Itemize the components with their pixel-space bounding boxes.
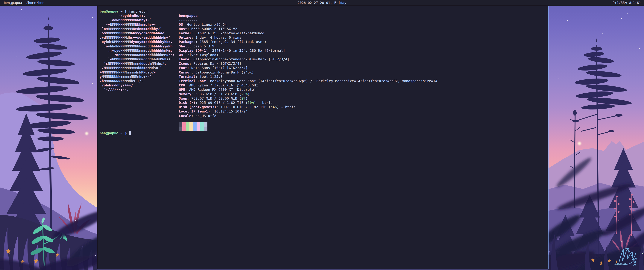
fastfetch-entry: GPU: AMD Radeon RX 6800 XT [Discrete]	[179, 87, 547, 92]
fastfetch-entry: Kernel: Linux 6.19.3-gentoo-dist-hardene…	[179, 31, 547, 35]
desktop: louie.co.nz ben@papua: /home/ben 2026-02…	[0, 0, 644, 270]
ascii-art-line: `sNMMMMMMMMNNNmmmdddddmNMmhs/.	[100, 61, 175, 66]
terminal-window[interactable]: ben@papua ~ $ fastfetch -/oyddmdhs+:. -o…	[97, 6, 548, 269]
fastfetch-entry: Cursor: Catppuccin-Mocha-Dark (24px)	[179, 70, 547, 74]
palette-swatch	[200, 122, 204, 126]
sparkle	[95, 255, 96, 256]
fastfetch-entry: Display (DP-1): 3440x1440 in 35", 180 Hz…	[179, 48, 547, 53]
fastfetch-entry: Host: B550 AORUS ELITE AX V2	[179, 27, 547, 31]
fastfetch-entry: Shell: bash 5.3.9	[179, 44, 547, 48]
sparkle	[642, 253, 643, 254]
ascii-art-line: `-//////:--.	[100, 87, 175, 92]
fastfetch-entry: Icons: Papirus-Dark [GTK2/3/4]	[179, 61, 547, 66]
fastfetch-entry: Theme: Catppuccin-Mocha-Standard-Blue-Da…	[179, 57, 547, 61]
status-bar-workspaces: P:1/55% W:1(8)	[612, 0, 641, 6]
palette-swatch	[186, 126, 190, 131]
fastfetch-entry: OS: Gentoo Linux x86_64	[179, 22, 547, 27]
palette-swatch	[190, 126, 193, 131]
fastfetch-info-column: ben@papua---------OS: Gentoo Linux x86_6…	[179, 14, 547, 131]
ascii-art-line: `oNMMMMMMMMNNNmmmddddhhdmMNhs+`	[100, 57, 175, 61]
palette-swatch	[182, 122, 186, 126]
palette-swatch	[204, 122, 208, 126]
palette-swatch	[200, 126, 204, 131]
fastfetch-entry: Terminal Font: BerkeleyMono Nerd Font (1…	[179, 79, 547, 83]
fastfetch-entry: Local IP (eno1): 10.124.15.101/24	[179, 109, 547, 113]
wallpaper-signature-url: louie.co.nz	[614, 263, 626, 265]
palette-swatch	[179, 126, 182, 131]
ascii-art-line: :oyhhdNNMMMMMMMNNNmmdddhhhhhyymMh	[100, 44, 175, 48]
ascii-art-line: omMMMMMMMMMMMNhhyyyohmdddhhhdo`	[100, 31, 175, 35]
palette-swatch	[182, 126, 186, 131]
fastfetch-entry: CPU: AMD Ryzen 7 3700X (16) @ 4.43 GHz	[179, 83, 547, 87]
terminal-cursor	[129, 131, 131, 135]
fastfetch-entry: Swap: 782.07 MiB / 32.00 GiB (2%)	[179, 96, 547, 100]
ascii-art-line: -yNMMMMMMMMMMMNNNmmdhy+-	[100, 22, 175, 27]
status-bar: ben@papua: /home/ben 2026-02-27 20:01, F…	[0, 0, 644, 6]
color-palette-bright-row	[179, 126, 547, 131]
ascii-art-line: .ydMMMMMMMMMMdhs++so/smdddhhhhdm+`	[100, 35, 175, 40]
status-bar-clock: 2026-02-27 20:01, Friday	[298, 0, 346, 6]
ascii-art-line: -odNMMMMMMMMNNmhy+-`	[100, 18, 175, 22]
fastfetch-separator: ---------	[179, 18, 547, 22]
fastfetch-entry: Font: Noto Sans (10pt) [GTK2/3/4]	[179, 66, 547, 70]
gentoo-ascii-logo: -/oyddmdhs+:. -odNMMMMMMMMNNmhy+-` -yNMM…	[100, 14, 175, 92]
sparkle	[75, 220, 76, 221]
sparkle	[621, 241, 622, 242]
ascii-art-line: yMMNNNNNNNmmmmmNNMmhs+/-`	[100, 74, 175, 79]
palette-swatch	[193, 122, 196, 126]
ascii-art-line: `omMMMMMMMMMMMMNmdmmmmddhhy/`	[100, 27, 175, 31]
ascii-art-line: `/ohdmmddhys+++/:.`	[100, 83, 175, 87]
glow-star	[85, 132, 88, 135]
terminal-content[interactable]: ben@papua ~ $ fastfetch -/oyddmdhs+:. -o…	[100, 9, 547, 135]
palette-swatch	[186, 122, 190, 126]
fastfetch-output: -/oyddmdhs+:. -odNMMMMMMMMNNmhy+-` -yNMM…	[100, 14, 547, 131]
ascii-art-line: -/oyddmdhs+:.	[100, 14, 175, 18]
ascii-art-line: /NMMMMMMMMNNNNmmmdddmNMNdso:`	[100, 66, 175, 70]
prompt-symbol: $	[125, 131, 127, 135]
fastfetch-entry: Disk (/): 925.09 GiB / 1.82 TiB (50%) - …	[179, 100, 547, 105]
palette-swatch	[190, 122, 193, 126]
palette-swatch	[196, 126, 200, 131]
shell-prompt-line: ben@papua ~ $ fastfetch	[100, 9, 547, 14]
wallpaper-right-scene	[548, 0, 644, 270]
status-bar-title: ben@papua: /home/ben	[4, 0, 44, 6]
ascii-art-line: /mMMMMMMMNNNmmmdddhhhhhmMNhs:	[100, 53, 175, 57]
prompt-user: ben@papua	[100, 9, 118, 13]
fastfetch-entry: Terminal: foot 1.25.0	[179, 74, 547, 79]
color-palette-normal-row	[179, 122, 547, 126]
fastfetch-entry: WM: river (Wayland)	[179, 53, 547, 57]
ascii-art-line: .:+sydNMMMMMNNNmmmdddhhhhhhmMmy	[100, 48, 175, 53]
fastfetch-entry: Packages: 1585 (emerge), 34 (flatpak-use…	[179, 40, 547, 44]
palette-swatch	[196, 122, 200, 126]
prompt-user: ben@papua	[100, 131, 118, 135]
wallpaper-left-scene	[0, 0, 97, 270]
ascii-art-line: oyhdmNMMMMMMMNdyooydmddddhhhhyhNd.	[100, 40, 175, 44]
blank-line	[179, 118, 547, 122]
prompt-symbol: $	[125, 9, 127, 13]
fastfetch-entry: Locale: en_US.utf8	[179, 114, 547, 118]
prompt-dir: ~	[120, 131, 122, 135]
glow-star	[578, 142, 581, 145]
fastfetch-entry: Memory: 6.36 GiB / 31.23 GiB (20%)	[179, 92, 547, 96]
prompt-command: fastfetch	[129, 9, 148, 13]
palette-swatch	[193, 126, 196, 131]
shell-prompt-line: ben@papua ~ $	[100, 131, 547, 135]
palette-swatch	[179, 122, 182, 126]
fastfetch-entry: Disk (/opt/games3): 1007.10 GiB / 1.82 T…	[179, 105, 547, 109]
fastfetch-entry: Uptime: 1 day, 4 hours, 6 mins	[179, 35, 547, 40]
prompt-dir: ~	[120, 9, 122, 13]
fastfetch-title: ben@papua	[179, 14, 547, 18]
palette-swatch	[204, 126, 208, 131]
ascii-art-line: +MMMMMMMNNNNNmmmmdmNMNdso/-	[100, 70, 175, 74]
ascii-art-line: /hMMNNNNNNNNMNdhs++/-`	[100, 79, 175, 83]
